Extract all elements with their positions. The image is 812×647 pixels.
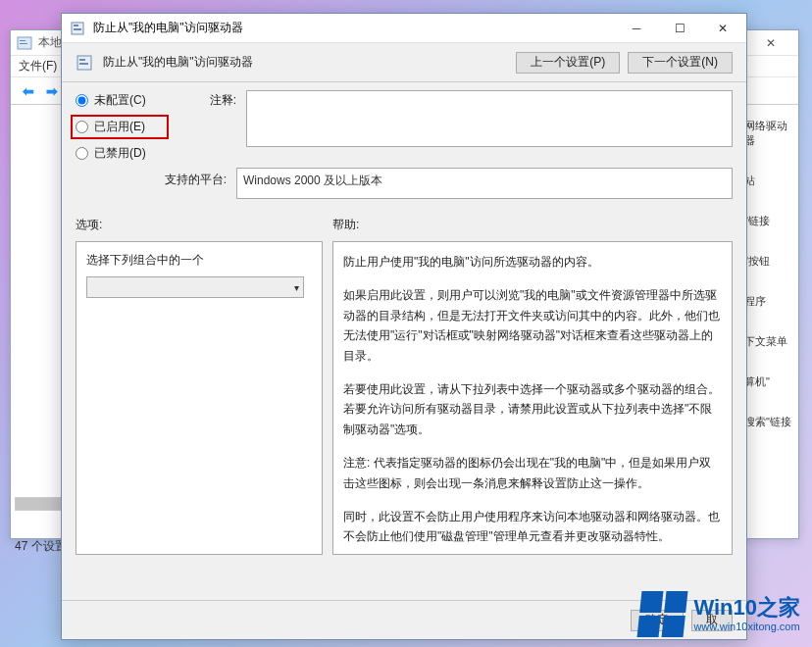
list-item[interactable]: 下文菜单	[744, 334, 794, 349]
radio-disabled[interactable]: 已禁用(D)	[76, 145, 164, 162]
config-row: 未配置(C) 已启用(E) 已禁用(D) 注释:	[76, 90, 733, 162]
radio-enabled-input[interactable]	[76, 121, 88, 133]
platform-row: 支持的平台: Windows 2000 及以上版本	[76, 168, 733, 199]
next-setting-button[interactable]: 下一个设置(N)	[628, 52, 733, 74]
panes: 选择下列组合中的一个 ▾ 防止用户使用"我的电脑"访问所选驱动器的内容。 如果启…	[76, 241, 733, 555]
svg-rect-1	[20, 40, 25, 41]
list-item[interactable]: "按钮	[744, 254, 794, 269]
dialog-titlebar[interactable]: 防止从"我的电脑"访问驱动器 ─ ☐ ✕	[62, 14, 746, 43]
policy-icon	[70, 21, 85, 36]
list-item[interactable]: 站	[744, 174, 794, 188]
list-item[interactable]: 搜索"链接	[744, 415, 794, 429]
dialog-sys-buttons: ─ ☐ ✕	[615, 15, 744, 42]
setting-nav-buttons: 上一个设置(P) 下一个设置(N)	[516, 52, 733, 74]
radio-not-configured-input[interactable]	[76, 94, 88, 107]
bg-close-button[interactable]: ✕	[749, 30, 792, 56]
radio-not-configured-label: 未配置(C)	[94, 92, 146, 109]
dialog-title-text: 防止从"我的电脑"访问驱动器	[93, 20, 615, 36]
policy-header-icon	[76, 54, 93, 72]
radio-enabled[interactable]: 已启用(E)	[71, 115, 169, 139]
svg-rect-7	[79, 59, 85, 61]
background-statusbar: 47 个设置	[15, 538, 67, 556]
cancel-button[interactable]: 取	[691, 610, 733, 631]
help-text: 防止用户使用"我的电脑"访问所选驱动器的内容。	[343, 252, 722, 272]
minimize-button[interactable]: ─	[615, 15, 658, 42]
list-item[interactable]: 程序	[744, 294, 794, 309]
radio-disabled-input[interactable]	[76, 147, 88, 160]
svg-rect-5	[74, 28, 81, 30]
dialog-header: 防止从"我的电脑"访问驱动器 上一个设置(P) 下一个设置(N)	[62, 43, 746, 82]
comment-textarea[interactable]	[246, 90, 733, 147]
dropdown-label: 选择下列组合中的一个	[86, 252, 312, 269]
dialog-header-text: 防止从"我的电脑"访问驱动器	[103, 54, 516, 71]
svg-rect-4	[74, 25, 78, 26]
radio-not-configured[interactable]: 未配置(C)	[76, 92, 164, 109]
help-pane: 防止用户使用"我的电脑"访问所选驱动器的内容。 如果启用此设置，则用户可以浏览"…	[332, 241, 733, 555]
radio-group: 未配置(C) 已启用(E) 已禁用(D)	[76, 90, 164, 162]
prev-setting-button[interactable]: 上一个设置(P)	[516, 52, 620, 74]
options-dropdown[interactable]: ▾	[86, 276, 304, 298]
help-label: 帮助:	[332, 217, 359, 233]
help-text: 注意: 代表指定驱动器的图标仍会出现在"我的电脑"中，但是如果用户双击这些图标，…	[343, 453, 722, 493]
list-item[interactable]: 算机"	[744, 374, 794, 389]
platform-value: Windows 2000 及以上版本	[236, 168, 733, 199]
background-right-list: 网络驱动器 站 "链接 "按钮 程序 下文菜单 算机" 搜索"链接	[739, 113, 798, 517]
ok-button[interactable]: 确定	[631, 610, 684, 631]
policy-editor-icon	[17, 35, 32, 51]
nav-back-button[interactable]: ⬅	[17, 80, 40, 102]
menu-file[interactable]: 文件(F)	[19, 58, 57, 75]
close-button[interactable]: ✕	[701, 15, 744, 42]
list-item[interactable]: "链接	[744, 214, 794, 228]
help-text: 如果启用此设置，则用户可以浏览"我的电脑"或文件资源管理器中所选驱动器的目录结构…	[343, 285, 722, 366]
policy-dialog: 防止从"我的电脑"访问驱动器 ─ ☐ ✕ 防止从"我的电脑"访问驱动器 上一个设…	[61, 13, 747, 640]
help-text: 同时，此设置不会防止用户使用程序来访问本地驱动器和网络驱动器。也不会防止他们使用…	[343, 507, 722, 547]
options-pane: 选择下列组合中的一个 ▾	[76, 241, 323, 555]
svg-rect-2	[20, 43, 27, 44]
section-labels: 选项: 帮助:	[76, 217, 733, 237]
options-label: 选项:	[76, 217, 332, 233]
dialog-footer: 确定 取	[62, 600, 746, 639]
radio-disabled-label: 已禁用(D)	[94, 145, 146, 162]
radio-enabled-label: 已启用(E)	[94, 119, 145, 135]
chevron-down-icon: ▾	[294, 282, 299, 293]
dialog-body: 未配置(C) 已启用(E) 已禁用(D) 注释: 支持的平台: Windows …	[62, 82, 746, 555]
platform-label: 支持的平台:	[76, 168, 236, 188]
comment-label: 注释:	[174, 90, 236, 109]
help-text: 若要使用此设置，请从下拉列表中选择一个驱动器或多个驱动器的组合。若要允许访问所有…	[343, 379, 722, 439]
svg-rect-8	[79, 63, 88, 65]
maximize-button[interactable]: ☐	[658, 15, 701, 42]
list-item[interactable]: 网络驱动器	[744, 119, 794, 148]
